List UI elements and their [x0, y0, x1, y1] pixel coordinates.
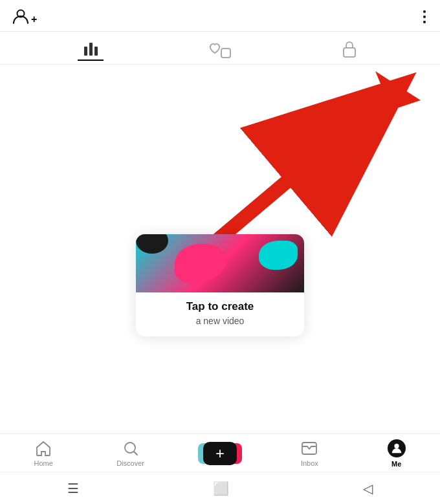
home-label: Home [34, 459, 53, 467]
main-content: Tap to create a new video [0, 65, 440, 349]
android-home-icon[interactable]: ⬜ [213, 481, 229, 496]
nav-discover[interactable]: Discover [111, 440, 150, 467]
create-card-title: Tap to create [146, 300, 294, 313]
create-card-art [136, 234, 304, 292]
dot3 [423, 21, 426, 23]
dot1 [423, 10, 426, 13]
add-friend-button[interactable]: + [12, 8, 37, 26]
me-label: Me [391, 460, 401, 468]
plus-sign: + [215, 446, 225, 461]
tab-videos[interactable] [26, 35, 155, 61]
tab-private[interactable] [285, 32, 414, 63]
create-card-subtitle: a new video [146, 316, 294, 326]
bottom-nav: Home Discover + Inbox [0, 433, 440, 472]
svg-rect-1 [221, 49, 230, 58]
videos-tab-icon [84, 43, 98, 56]
android-nav-bar: ☰ ⬜ ◁ [0, 472, 440, 504]
home-icon [35, 440, 52, 457]
me-person-icon [391, 443, 402, 454]
nav-me[interactable]: Me [377, 439, 416, 468]
inbox-label: Inbox [301, 459, 318, 467]
private-tab-icon [342, 40, 357, 58]
tab-liked[interactable] [155, 32, 285, 64]
create-plus-btn[interactable]: + [203, 442, 237, 465]
svg-point-9 [394, 444, 399, 448]
tabs-bar [0, 32, 440, 65]
art-blob-dark [136, 234, 168, 254]
top-header: + [0, 0, 440, 32]
svg-rect-2 [344, 48, 355, 57]
create-card-text: Tap to create a new video [136, 292, 304, 336]
nav-create[interactable]: + [198, 441, 242, 466]
nav-home[interactable]: Home [24, 440, 63, 467]
create-card[interactable]: Tap to create a new video [136, 234, 304, 336]
nav-inbox[interactable]: Inbox [290, 440, 329, 467]
svg-marker-5 [375, 71, 421, 110]
discover-label: Discover [116, 459, 144, 467]
three-dots-menu[interactable] [421, 8, 428, 26]
inbox-icon [301, 440, 318, 457]
android-menu-icon[interactable]: ☰ [67, 481, 79, 496]
discover-icon [122, 440, 139, 457]
art-blob-pink [175, 244, 226, 283]
android-back-icon[interactable]: ◁ [363, 481, 373, 496]
me-avatar [388, 439, 406, 457]
add-badge: + [31, 14, 37, 25]
art-blob-dot [188, 274, 199, 286]
person-icon [12, 8, 30, 26]
svg-line-7 [134, 452, 137, 455]
liked-tab-icon [208, 39, 232, 59]
dot2 [423, 16, 426, 18]
art-blob-cyan [259, 241, 298, 270]
